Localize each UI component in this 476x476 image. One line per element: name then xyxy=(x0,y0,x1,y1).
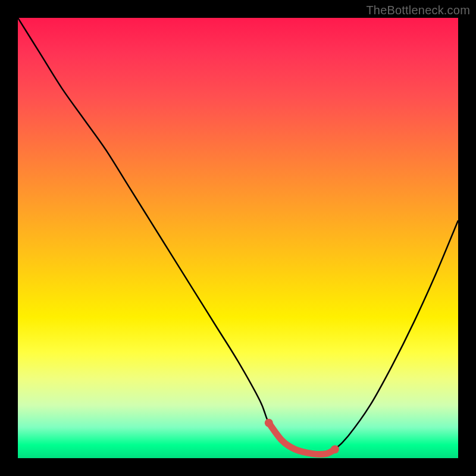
recommended-range-start-dot xyxy=(265,419,273,427)
chart-svg xyxy=(18,18,458,458)
bottleneck-curve xyxy=(18,18,458,455)
recommended-range-end-dot xyxy=(331,445,339,453)
recommended-range-curve xyxy=(269,423,335,455)
plot-area xyxy=(18,18,458,458)
watermark-text: TheBottleneck.com xyxy=(366,4,470,17)
chart-container: TheBottleneck.com xyxy=(0,0,476,476)
